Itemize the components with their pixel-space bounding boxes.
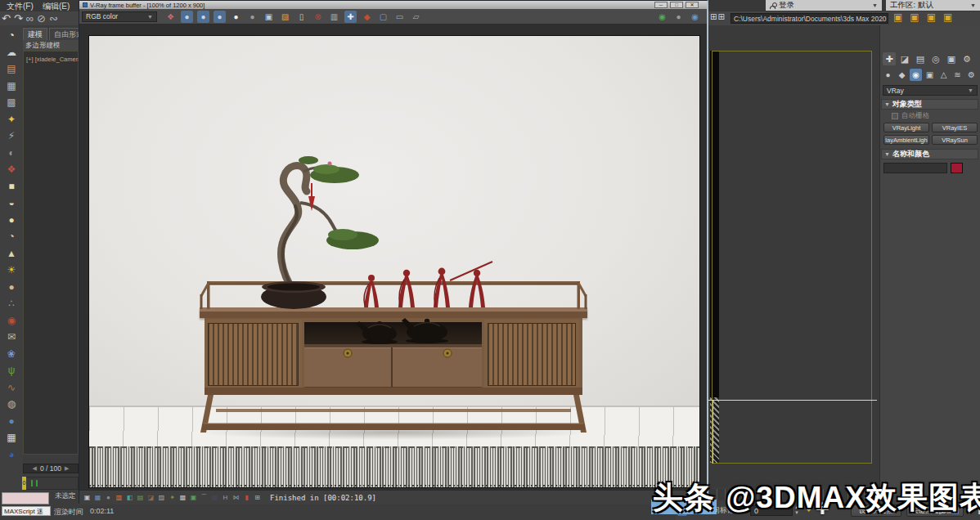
close-button[interactable]: ✕ [686,2,699,8]
cone-primitive-icon[interactable]: ▲ [3,246,20,261]
alpha-icon[interactable]: ● [246,11,258,23]
vfb-status-icon[interactable]: ◪ [146,493,155,502]
workspace-selector[interactable]: 工作区: 默认 ▼ [886,0,980,11]
tab-freeform[interactable]: 自由形式 [49,28,79,40]
vfb-status-icon[interactable]: ▦ [210,493,219,502]
hair-fur-icon[interactable]: ∿ [3,380,20,395]
select-link-icon[interactable]: ∞ [26,12,34,25]
render-teapot-icon[interactable]: ◔ [3,28,20,43]
project-folder2-icon[interactable]: ⊞ [717,12,724,21]
display-tab-icon[interactable]: ▣ [945,52,958,65]
render-elements-icon[interactable]: ▩ [3,95,20,110]
save-image-icon[interactable]: ▣ [263,11,275,23]
shapes-category-icon[interactable]: ◆ [896,69,908,81]
green-channel-icon[interactable]: ● [197,11,209,23]
vfb-status-icon[interactable]: ⋈ [232,493,241,502]
vray-tools-icon[interactable]: ❖ [3,162,20,177]
follow-mouse-icon[interactable]: ✚ [344,11,357,23]
stamp-icon[interactable]: ◉ [656,11,668,23]
maximize-button[interactable]: □ [670,2,683,8]
vfb-status-icon[interactable]: ▦ [93,493,102,502]
box-primitive-icon[interactable]: ■ [3,179,20,194]
object-color-swatch[interactable] [951,163,963,173]
monochrome-icon[interactable]: ● [230,11,242,23]
autogrid-checkbox[interactable]: 自动栅格 [892,111,929,121]
object-type-rollout[interactable]: ▼ 对象类型 [881,99,978,110]
shader-sphere-icon[interactable]: ◐ [3,146,20,160]
helpers-category-icon[interactable]: △ [937,69,950,81]
show-corrections-icon[interactable]: ◉ [689,11,701,23]
open-scene-icon[interactable]: ▣ [893,11,902,23]
create-tab-icon[interactable]: ✚ [883,52,896,65]
environment-cloud-icon[interactable]: ☁ [3,45,20,60]
material-editor-icon[interactable]: ▤ [3,61,20,76]
frame-range-indicator[interactable]: ◀ 0 / 100 ▶ [23,464,79,473]
maxscript-mini-listener[interactable] [2,492,49,504]
maxscript-listener-tab[interactable]: MAXScript 迷 [2,506,51,516]
unlink-icon[interactable]: ⊘ [37,12,46,25]
geometry-category-icon[interactable]: ● [882,69,894,81]
tab-modeling[interactable]: 建模 [23,28,47,40]
next-frame-icon[interactable]: ▶ [65,465,69,472]
redo-icon[interactable]: ↷ [14,12,23,25]
utilities-tab-icon[interactable]: ⚙ [960,52,973,65]
crop-icon[interactable]: ▱ [410,11,422,23]
load-image-icon[interactable]: ▨ [279,11,291,23]
sphere-gray-icon[interactable]: ● [672,11,685,23]
systems-category-icon[interactable]: ⚙ [965,69,978,81]
project-path-dropdown[interactable]: C:\Users\Administrator\Documents\3ds Max… [731,13,888,24]
grass-icon[interactable]: ψ [3,363,20,378]
light-lister-icon[interactable]: ✦ [3,112,20,127]
dome-primitive-icon[interactable]: ◒ [3,195,20,210]
sphere-primitive-icon[interactable]: ● [3,213,20,227]
sun-icon[interactable]: ☀ [3,262,20,277]
save-scene-icon[interactable]: ▣ [910,11,919,23]
vfb-status-icon[interactable]: ▤ [136,493,145,502]
vfb-status-icon[interactable]: H [221,493,230,502]
prev-frame-icon[interactable]: ◀ [33,465,37,472]
object-category-dropdown[interactable]: VRay ▼ [883,85,978,96]
vraysun-button[interactable]: VRaySun [932,135,978,145]
color-corrections-icon[interactable]: ❖ [164,11,177,23]
vfb-status-icon[interactable]: ▩ [178,493,187,502]
red-channel-icon[interactable]: ● [181,11,193,23]
spacewarps-category-icon[interactable]: ≋ [951,69,964,81]
rain-icon[interactable]: ∴ [3,296,20,311]
vfb-status-icon[interactable]: ◧ [125,493,134,502]
scene-explorer-item[interactable]: [+] [xiadele_Camera0 [26,56,79,63]
disc-icon[interactable]: ● [3,280,20,294]
login-control[interactable]: 登录 ▼ [766,0,882,11]
script-grid-icon[interactable]: ▦ [3,430,20,445]
menu-edit[interactable]: 编辑(E) [43,1,70,12]
particle-spheres-icon[interactable]: ◉ [3,313,20,328]
object-name-field[interactable] [883,163,947,173]
compare-history-icon[interactable]: ▥ [328,11,340,23]
hierarchy-tab-icon[interactable]: ▤ [914,52,927,65]
vfb-status-icon[interactable]: ✦ [168,493,177,502]
render-setup-icon[interactable]: ▦ [3,78,20,93]
vfb-status-icon[interactable]: ▮ [242,493,251,502]
undo-icon[interactable]: ↶ [2,12,11,25]
name-color-rollout[interactable]: ▼ 名称和颜色 [881,149,978,159]
vfb-status-icon[interactable]: ⌒ [200,493,209,502]
blue-channel-icon[interactable]: ● [214,11,226,23]
vfb-title-bar[interactable]: V-Ray frame buffer - [100% of 1200 x 900… [79,1,707,9]
vrayambientlight-button[interactable]: layAmbientLigh [883,135,929,145]
import-icon[interactable]: ▣ [927,11,936,23]
minimize-button[interactable]: ─ [654,2,668,8]
modify-tab-icon[interactable]: ◪ [898,52,911,65]
cameras-category-icon[interactable]: ▣ [924,69,936,81]
export-icon[interactable]: ▣ [943,11,952,23]
motion-tab-icon[interactable]: ◎ [929,52,942,65]
teapot-primitive-icon[interactable]: ◔ [3,229,20,244]
envelope-icon[interactable]: ✉ [3,329,20,344]
project-folder-icon[interactable]: ⊞ [710,12,717,21]
connect-icon[interactable]: ⚡ [3,128,20,143]
vfb-status-icon[interactable]: ⊞ [253,493,262,502]
polygon-modeling-panel[interactable]: 多边形建模 [23,40,79,51]
sphere-red-blue-icon[interactable]: ◕ [3,447,20,462]
shell-icon[interactable]: ◍ [3,397,20,411]
clear-image-icon[interactable]: ⊗ [312,11,324,23]
duplicate-buffer-icon[interactable]: ▭ [393,11,406,23]
vraylight-button[interactable]: VRayLight [883,123,929,132]
